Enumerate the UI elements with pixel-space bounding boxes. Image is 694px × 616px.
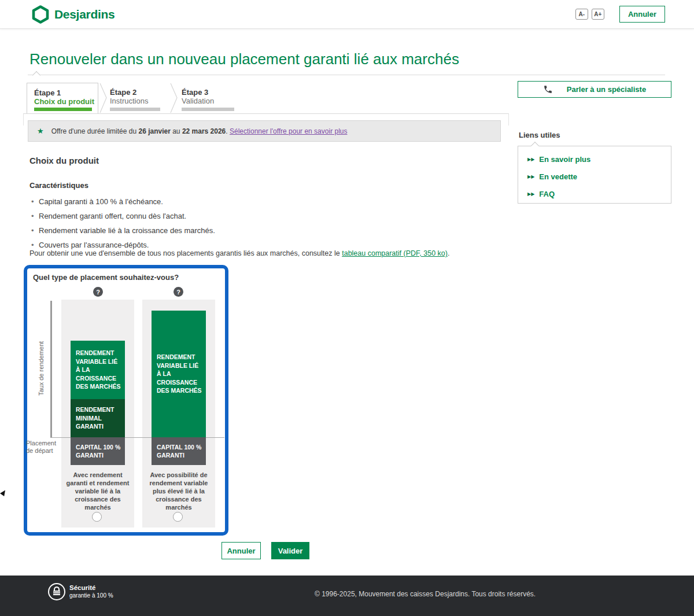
tab-separator-chevron-icon: [169, 83, 179, 113]
tab-step-3-validation[interactable]: Étape 3 Validation: [179, 83, 238, 113]
star-icon: ★: [37, 127, 44, 135]
title-divider: [28, 75, 665, 75]
desjardins-hexagon-icon: [32, 5, 49, 24]
tab-step-2-instructions[interactable]: Étape 2 Instructions: [109, 83, 169, 113]
copyright-text: © 1996-2025, Mouvement des caisses Desja…: [315, 590, 536, 598]
limited-offer-banner: ★ Offre d'une durée limitée du 26 janvie…: [28, 120, 501, 142]
option-1-variable-return-segment: RENDEMENT VARIABLE LIÉ À LA CROISSANCE D…: [71, 341, 125, 399]
option-2-variable-return-segment: RENDEMENT VARIABLE LIÉ À LA CROISSANCE D…: [152, 311, 206, 437]
double-arrow-icon: ▶▶: [527, 174, 534, 179]
form-cancel-button[interactable]: Annuler: [222, 542, 261, 559]
specialist-label: Parler à un spécialiste: [567, 85, 646, 94]
double-arrow-icon: ▶▶: [527, 191, 534, 197]
phone-icon: [543, 84, 553, 94]
step-number: Étape 2: [110, 88, 169, 97]
link-en-vedette[interactable]: ▶▶ En vedette: [527, 172, 671, 181]
step-label: Instructions: [110, 97, 169, 105]
form-submit-button[interactable]: Valider: [271, 542, 309, 559]
step-number: Étape 3: [182, 88, 238, 97]
desjardins-logo[interactable]: Desjardins: [32, 5, 115, 24]
link-faq[interactable]: ▶▶ FAQ: [527, 190, 671, 198]
offer-text: Offre d'une durée limitée du 26 janvier …: [51, 127, 348, 135]
features-title: Caractéristiques: [29, 181, 88, 190]
help-icon[interactable]: ?: [93, 287, 103, 297]
step-tabs: Étape 1 Choix du produit Étape 2 Instruc…: [27, 83, 238, 113]
help-icon[interactable]: ?: [174, 287, 183, 297]
app-header: Desjardins A- A+ Annuler: [0, 0, 694, 29]
useful-links-title: Liens utiles: [519, 131, 560, 139]
feature-item: Rendement variable lié à la croissance d…: [29, 223, 215, 238]
offer-details-link[interactable]: Sélectionner l'offre pour en savoir plus: [230, 127, 348, 135]
security-lock-icon: [48, 583, 65, 600]
links-box-notch: [531, 142, 539, 150]
tab-step-1-choix-du-produit[interactable]: Étape 1 Choix du produit: [27, 83, 98, 113]
y-axis-label: Taux de rendement: [38, 300, 45, 437]
step-label: Validation: [182, 97, 238, 105]
comparison-paragraph: Pour obtenir une vue d'ensemble de tous …: [29, 249, 449, 257]
option-2-radio[interactable]: [173, 512, 183, 522]
inactive-step-indicator: [182, 108, 234, 111]
brand-name: Desjardins: [54, 8, 115, 21]
option-1-radio[interactable]: [92, 512, 102, 522]
header-cancel-button[interactable]: Annuler: [619, 6, 665, 23]
page-footer: Sécurité garantie à 100 % © 1996-2025, M…: [0, 576, 694, 616]
option-2-capital-segment: CAPITAL 100 % GARANTI: [152, 437, 206, 465]
step-label: Choix du produit: [34, 97, 98, 106]
feature-item: Capital garanti à 100 % à l'échéance.: [29, 194, 215, 209]
section-title: Choix du produit: [29, 156, 99, 165]
inactive-step-indicator: [110, 108, 160, 111]
placement-type-selector: Quel type de placement souhaitez-vous? ?…: [24, 265, 228, 536]
x-axis-label: Placement de départ: [26, 440, 61, 455]
page-title: Renouveler dans un nouveau placement gar…: [29, 50, 459, 68]
mouse-cursor-artifact: [0, 490, 5, 496]
comparison-table-link[interactable]: tableau comparatif (PDF, 350 ko): [342, 249, 448, 257]
option-1-capital-segment: CAPITAL 100 % GARANTI: [71, 437, 125, 465]
active-step-indicator: [34, 108, 92, 111]
option-2-description: Avec possibilité de rendement variable p…: [142, 471, 215, 511]
title-divider-notch: [32, 71, 40, 79]
font-increase-button[interactable]: A+: [592, 9, 604, 20]
tab-separator-chevron-icon: [98, 83, 109, 113]
features-list: Capital garanti à 100 % à l'échéance. Re…: [29, 194, 215, 252]
feature-item: Rendement garanti offert, connu dès l'ac…: [29, 209, 215, 223]
font-decrease-button[interactable]: A-: [575, 9, 588, 20]
double-arrow-icon: ▶▶: [527, 157, 534, 162]
security-text: Sécurité garantie à 100 %: [69, 584, 113, 599]
option-1-description: Avec rendement garanti et rendement vari…: [61, 471, 134, 511]
link-en-savoir-plus[interactable]: ▶▶ En savoir plus: [527, 155, 671, 164]
useful-links-box: ▶▶ En savoir plus ▶▶ En vedette ▶▶ FAQ: [518, 146, 671, 204]
talk-to-specialist-button[interactable]: Parler à un spécialiste: [518, 81, 671, 98]
option-1-minimum-return-segment: RENDEMENT MINIMAL GARANTI: [71, 399, 125, 437]
step-number: Étape 1: [34, 88, 98, 97]
selector-question: Quel type de placement souhaitez-vous?: [33, 273, 179, 282]
y-axis-line: [50, 301, 52, 437]
